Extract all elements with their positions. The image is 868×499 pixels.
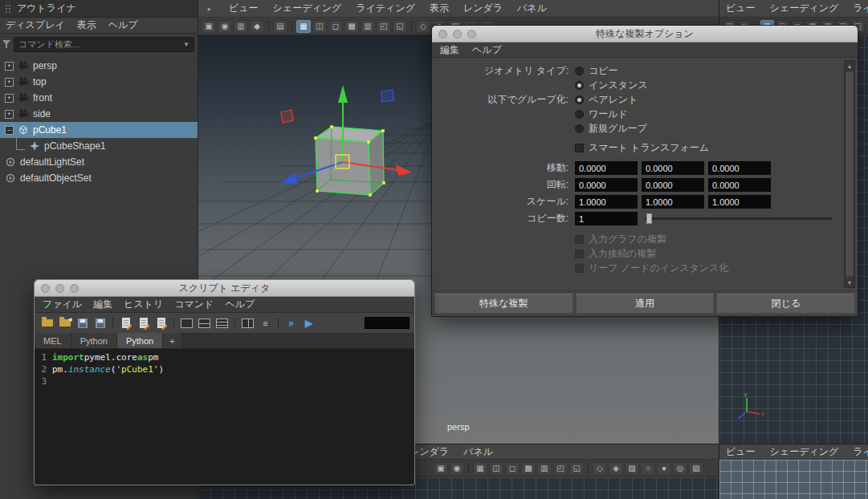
menu-shading[interactable]: シェーディング — [770, 445, 839, 459]
group-world-radio[interactable] — [575, 110, 584, 119]
scrollbar-thumb[interactable] — [846, 71, 854, 277]
camera-lock-icon[interactable]: ◉ — [218, 20, 232, 33]
menu-help[interactable]: ヘルプ — [108, 18, 138, 32]
panel-menu-icon[interactable]: ▸ — [205, 5, 214, 13]
copies-slider[interactable] — [645, 217, 832, 220]
translate-x-field[interactable]: 0.0000 — [575, 161, 638, 175]
textured-icon[interactable]: ▨ — [625, 462, 639, 475]
menu-lighting[interactable]: ライティング — [853, 445, 868, 459]
geometry-copy-radio[interactable] — [575, 67, 584, 75]
outliner-item-persp[interactable]: + persp — [0, 58, 198, 74]
single-pane-layout-icon[interactable] — [179, 315, 194, 331]
execute-all-icon[interactable]: » — [283, 315, 299, 331]
zoom-button[interactable] — [467, 30, 476, 39]
bottom-right-viewport-view[interactable] — [719, 460, 868, 499]
shaded-icon[interactable]: ◈ — [609, 462, 623, 475]
outliner-titlebar[interactable]: アウトライナ — [0, 0, 198, 18]
menu-view[interactable]: ビュー — [229, 2, 259, 15]
safe-title-icon[interactable]: ◱ — [569, 462, 584, 475]
field-chart-icon[interactable]: ▥ — [537, 462, 552, 475]
film-gate-icon[interactable]: ◫ — [489, 462, 503, 475]
menu-help[interactable]: ヘルプ — [225, 298, 255, 311]
script-input-area[interactable]: 1 import pymel.core as pm 2 pm.instance(… — [35, 349, 414, 485]
search-input[interactable]: コマンド検索... ▼ — [14, 37, 194, 52]
menu-panels[interactable]: パネル — [463, 445, 493, 459]
menu-show[interactable]: 表示 — [430, 2, 449, 15]
group-newgroup-radio[interactable] — [575, 124, 584, 133]
new-tab-button[interactable]: + — [163, 333, 181, 348]
group-world-label[interactable]: ワールド — [589, 108, 628, 121]
menu-lighting[interactable]: ライティング — [853, 2, 868, 15]
isolate-select-icon[interactable]: ◎ — [673, 462, 687, 475]
camera-icon[interactable]: ▣ — [434, 462, 448, 475]
dialog-scrollbar[interactable]: ▲ ▼ — [844, 60, 855, 288]
safe-action-icon[interactable]: ◰ — [377, 20, 391, 33]
dropdown-arrow-icon[interactable]: ▼ — [183, 41, 189, 48]
expand-toggle-icon[interactable]: + — [5, 62, 14, 71]
zoom-button[interactable] — [70, 284, 79, 293]
filter-icon[interactable] — [2, 40, 10, 48]
line-numbers-icon[interactable]: ≡ — [258, 315, 273, 331]
smart-transform-label[interactable]: スマート トランスフォーム — [589, 141, 709, 155]
menu-shading[interactable]: シェーディング — [770, 2, 839, 15]
save-selected-icon[interactable] — [92, 315, 108, 331]
menu-renderer[interactable]: レンダラ — [463, 2, 503, 15]
scroll-up-icon[interactable]: ▲ — [847, 62, 853, 70]
outliner-item-defaultlightset[interactable]: defaultLightSet — [0, 154, 198, 170]
safe-title-icon[interactable]: ◱ — [393, 20, 407, 33]
geometry-instance-label[interactable]: インスタンス — [589, 79, 648, 92]
script-editor-titlebar[interactable]: スクリプト エディタ — [35, 280, 414, 297]
rename-tab-icon[interactable] — [153, 315, 169, 331]
tab-python-1[interactable]: Python — [71, 333, 117, 348]
quick-help-input[interactable] — [365, 317, 410, 329]
bookmark-icon[interactable]: ◆ — [250, 20, 264, 33]
translate-z-field[interactable]: 0.0000 — [708, 161, 771, 175]
close-button[interactable] — [41, 284, 50, 293]
dialog-titlebar[interactable]: 特殊な複製オプション — [432, 26, 858, 43]
new-mel-tab-icon[interactable] — [118, 315, 133, 331]
rotate-x-field[interactable]: 0.0000 — [575, 178, 638, 192]
expand-toggle-icon[interactable]: + — [5, 78, 14, 87]
apply-button[interactable]: 適用 — [576, 294, 715, 314]
group-newgroup-label[interactable]: 新規グループ — [589, 122, 647, 136]
resolution-gate-icon[interactable]: ◻ — [328, 20, 343, 33]
tab-mel[interactable]: MEL — [35, 333, 71, 348]
rotate-y-field[interactable]: 0.0000 — [642, 178, 704, 192]
triple-pane-layout-icon[interactable] — [214, 315, 230, 331]
outliner-item-defaultobjectset[interactable]: defaultObjectSet — [0, 170, 198, 186]
menu-edit[interactable]: 編集 — [440, 43, 459, 57]
menu-view[interactable]: ビュー — [726, 445, 756, 459]
panel-grip-icon[interactable] — [5, 4, 11, 14]
minimize-button[interactable] — [55, 284, 64, 293]
film-gate-icon[interactable]: ◫ — [312, 20, 327, 33]
safe-action-icon[interactable]: ◰ — [553, 462, 568, 475]
menu-display[interactable]: ディスプレイ — [6, 18, 65, 32]
camera-lock-icon[interactable]: ◉ — [450, 462, 464, 475]
group-parent-radio[interactable] — [575, 95, 584, 104]
camera-icon[interactable]: ▣ — [202, 20, 216, 33]
grid-icon[interactable]: ▦ — [296, 20, 311, 33]
split-pane-layout-icon[interactable] — [240, 315, 255, 331]
translate-yz-plane-handle[interactable] — [281, 110, 293, 123]
minimize-button[interactable] — [453, 30, 462, 39]
import-script-icon[interactable] — [57, 315, 72, 331]
gate-mask-icon[interactable]: ▩ — [344, 20, 359, 33]
wireframe-icon[interactable]: ◇ — [416, 20, 430, 33]
menu-shading[interactable]: シェーディング — [273, 2, 342, 15]
menu-show[interactable]: 表示 — [77, 18, 96, 32]
translate-xy-plane-handle[interactable] — [381, 90, 393, 102]
execute-icon[interactable]: ▶ — [301, 315, 316, 331]
copies-field[interactable]: 1 — [575, 212, 638, 225]
close-button[interactable]: 閉じる — [716, 294, 855, 314]
menu-lighting[interactable]: ライティング — [356, 2, 415, 15]
duplicate-special-button[interactable]: 特殊な複製 — [434, 294, 573, 314]
collapse-toggle-icon[interactable]: − — [5, 126, 14, 135]
tab-python-2[interactable]: Python — [117, 333, 163, 348]
stacked-pane-layout-icon[interactable] — [197, 315, 212, 331]
open-script-icon[interactable] — [39, 315, 55, 331]
scale-z-field[interactable]: 1.0000 — [708, 195, 771, 209]
outliner-item-side[interactable]: + side — [0, 106, 198, 122]
outliner-item-pcube1[interactable]: − pCube1 — [0, 122, 198, 138]
expand-toggle-icon[interactable]: + — [5, 94, 14, 103]
new-python-tab-icon[interactable] — [136, 315, 151, 331]
